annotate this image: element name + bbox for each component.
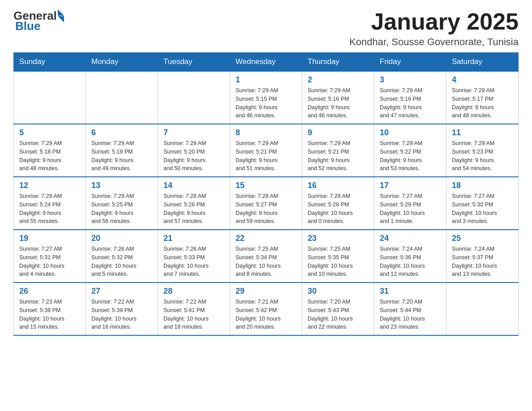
day-info: Sunrise: 7:29 AM Sunset: 5:23 PM Dayligh… [452,139,513,173]
day-info: Sunrise: 7:27 AM Sunset: 5:31 PM Dayligh… [19,245,80,278]
day-info: Sunrise: 7:29 AM Sunset: 5:24 PM Dayligh… [19,192,80,226]
calendar-header-sunday: Sunday [14,53,86,72]
calendar-cell: 14Sunrise: 7:28 AM Sunset: 5:26 PM Dayli… [158,177,230,230]
day-number: 18 [452,181,513,190]
calendar-cell: 21Sunrise: 7:26 AM Sunset: 5:33 PM Dayli… [158,230,230,283]
day-info: Sunrise: 7:29 AM Sunset: 5:20 PM Dayligh… [163,139,224,173]
day-number: 21 [163,234,224,243]
calendar-week-row: 19Sunrise: 7:27 AM Sunset: 5:31 PM Dayli… [14,230,519,283]
calendar-cell: 22Sunrise: 7:25 AM Sunset: 5:34 PM Dayli… [230,230,302,283]
day-info: Sunrise: 7:25 AM Sunset: 5:35 PM Dayligh… [308,245,369,278]
day-number: 11 [452,128,513,137]
calendar-cell: 2Sunrise: 7:29 AM Sunset: 5:16 PM Daylig… [302,71,374,124]
calendar-subtitle: Kondhar, Sousse Governorate, Tunisia [349,36,519,48]
day-info: Sunrise: 7:29 AM Sunset: 5:16 PM Dayligh… [308,86,369,120]
day-info: Sunrise: 7:29 AM Sunset: 5:18 PM Dayligh… [19,139,80,173]
day-info: Sunrise: 7:29 AM Sunset: 5:16 PM Dayligh… [380,86,441,120]
page-header: General Blue January 2025 Kondhar, Souss… [13,9,519,48]
calendar-header-tuesday: Tuesday [158,53,230,72]
calendar-header-friday: Friday [374,53,446,72]
calendar-cell: 29Sunrise: 7:21 AM Sunset: 5:42 PM Dayli… [230,283,302,335]
calendar-cell: 5Sunrise: 7:29 AM Sunset: 5:18 PM Daylig… [14,124,86,177]
calendar-cell: 30Sunrise: 7:20 AM Sunset: 5:43 PM Dayli… [302,283,374,335]
calendar-cell: 10Sunrise: 7:29 AM Sunset: 5:22 PM Dayli… [374,124,446,177]
calendar-cell [446,283,519,335]
day-info: Sunrise: 7:28 AM Sunset: 5:26 PM Dayligh… [163,192,224,226]
calendar-cell: 18Sunrise: 7:27 AM Sunset: 5:30 PM Dayli… [446,177,519,230]
title-section: January 2025 Kondhar, Sousse Governorate… [349,9,519,48]
day-info: Sunrise: 7:28 AM Sunset: 5:27 PM Dayligh… [236,192,296,226]
calendar-cell: 9Sunrise: 7:29 AM Sunset: 5:21 PM Daylig… [302,124,374,177]
day-info: Sunrise: 7:26 AM Sunset: 5:32 PM Dayligh… [91,245,152,278]
calendar-cell: 31Sunrise: 7:20 AM Sunset: 5:44 PM Dayli… [374,283,446,335]
calendar-cell [14,71,86,124]
calendar-cell [158,71,230,124]
day-number: 31 [380,287,441,296]
day-info: Sunrise: 7:26 AM Sunset: 5:33 PM Dayligh… [163,245,224,278]
calendar-cell: 12Sunrise: 7:29 AM Sunset: 5:24 PM Dayli… [14,177,86,230]
calendar-week-row: 1Sunrise: 7:29 AM Sunset: 5:15 PM Daylig… [14,71,519,124]
day-number: 16 [308,181,369,190]
calendar-cell: 6Sunrise: 7:29 AM Sunset: 5:19 PM Daylig… [86,124,158,177]
calendar-cell: 23Sunrise: 7:25 AM Sunset: 5:35 PM Dayli… [302,230,374,283]
day-number: 28 [163,287,224,296]
day-number: 24 [380,234,441,243]
day-info: Sunrise: 7:29 AM Sunset: 5:21 PM Dayligh… [308,139,369,173]
calendar-header-row: SundayMondayTuesdayWednesdayThursdayFrid… [14,53,519,72]
day-info: Sunrise: 7:22 AM Sunset: 5:41 PM Dayligh… [163,298,224,331]
day-number: 26 [19,287,80,296]
day-info: Sunrise: 7:20 AM Sunset: 5:44 PM Dayligh… [380,298,441,331]
logo-blue-text: Blue [15,19,40,33]
day-number: 25 [452,234,513,243]
calendar-cell: 13Sunrise: 7:29 AM Sunset: 5:25 PM Dayli… [86,177,158,230]
day-number: 6 [91,128,152,137]
day-number: 15 [236,181,296,190]
day-info: Sunrise: 7:24 AM Sunset: 5:36 PM Dayligh… [380,245,441,278]
calendar-cell: 17Sunrise: 7:27 AM Sunset: 5:29 PM Dayli… [374,177,446,230]
day-info: Sunrise: 7:20 AM Sunset: 5:43 PM Dayligh… [308,298,369,331]
day-info: Sunrise: 7:29 AM Sunset: 5:22 PM Dayligh… [380,139,441,173]
calendar-cell: 1Sunrise: 7:29 AM Sunset: 5:15 PM Daylig… [230,71,302,124]
calendar-table: SundayMondayTuesdayWednesdayThursdayFrid… [13,52,519,336]
day-number: 8 [236,128,296,137]
calendar-cell [86,71,158,124]
calendar-cell: 25Sunrise: 7:24 AM Sunset: 5:37 PM Dayli… [446,230,519,283]
day-number: 12 [19,181,80,190]
calendar-cell: 7Sunrise: 7:29 AM Sunset: 5:20 PM Daylig… [158,124,230,177]
day-number: 14 [163,181,224,190]
day-number: 1 [236,75,296,85]
day-info: Sunrise: 7:22 AM Sunset: 5:39 PM Dayligh… [91,298,152,331]
calendar-header-wednesday: Wednesday [230,53,302,72]
day-number: 22 [236,234,296,243]
calendar-title: January 2025 [349,9,519,34]
calendar-week-row: 12Sunrise: 7:29 AM Sunset: 5:24 PM Dayli… [14,177,519,230]
logo: General Blue [13,9,64,33]
calendar-cell: 11Sunrise: 7:29 AM Sunset: 5:23 PM Dayli… [446,124,519,177]
day-info: Sunrise: 7:24 AM Sunset: 5:37 PM Dayligh… [452,245,513,278]
calendar-cell: 8Sunrise: 7:29 AM Sunset: 5:21 PM Daylig… [230,124,302,177]
calendar-cell: 3Sunrise: 7:29 AM Sunset: 5:16 PM Daylig… [374,71,446,124]
day-info: Sunrise: 7:25 AM Sunset: 5:34 PM Dayligh… [236,245,296,278]
day-number: 2 [308,75,369,85]
day-info: Sunrise: 7:29 AM Sunset: 5:25 PM Dayligh… [91,192,152,226]
day-number: 19 [19,234,80,243]
day-number: 3 [380,75,441,85]
calendar-cell: 15Sunrise: 7:28 AM Sunset: 5:27 PM Dayli… [230,177,302,230]
day-info: Sunrise: 7:23 AM Sunset: 5:38 PM Dayligh… [19,298,80,331]
day-number: 20 [91,234,152,243]
calendar-cell: 20Sunrise: 7:26 AM Sunset: 5:32 PM Dayli… [86,230,158,283]
day-number: 13 [91,181,152,190]
calendar-cell: 24Sunrise: 7:24 AM Sunset: 5:36 PM Dayli… [374,230,446,283]
day-number: 17 [380,181,441,190]
day-number: 29 [236,287,296,296]
day-number: 10 [380,128,441,137]
calendar-cell: 4Sunrise: 7:29 AM Sunset: 5:17 PM Daylig… [446,71,519,124]
day-info: Sunrise: 7:29 AM Sunset: 5:17 PM Dayligh… [452,86,513,120]
calendar-week-row: 5Sunrise: 7:29 AM Sunset: 5:18 PM Daylig… [14,124,519,177]
day-number: 27 [91,287,152,296]
day-info: Sunrise: 7:21 AM Sunset: 5:42 PM Dayligh… [236,298,296,331]
day-number: 30 [308,287,369,296]
day-number: 9 [308,128,369,137]
day-number: 7 [163,128,224,137]
calendar-header-saturday: Saturday [446,53,519,72]
